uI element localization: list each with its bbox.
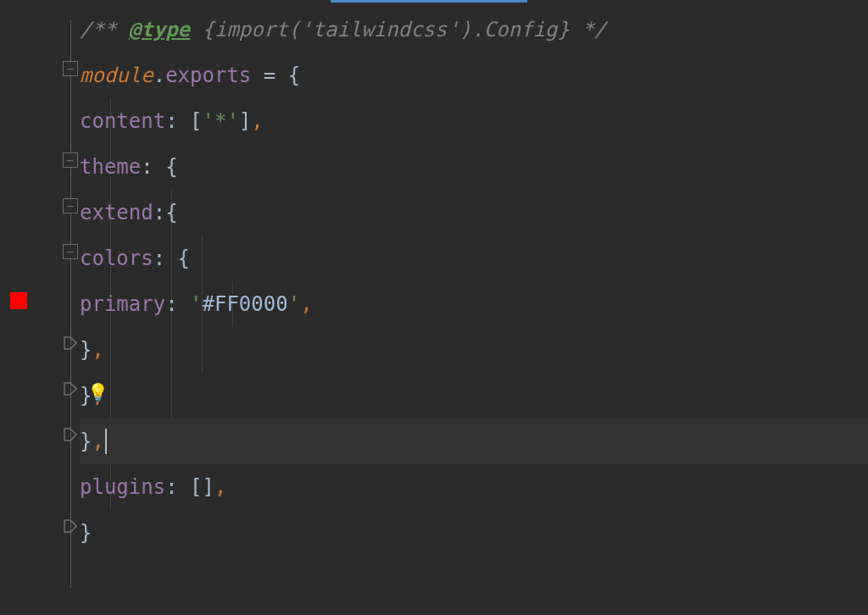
property: primary <box>80 292 165 316</box>
brace: { <box>178 247 190 270</box>
code-line[interactable]: }, <box>80 373 868 418</box>
punct: : <box>141 155 165 179</box>
bracket: [] <box>190 475 214 499</box>
text-cursor <box>105 429 107 454</box>
property: theme <box>80 155 141 179</box>
code-line[interactable]: module.exports = { <box>80 53 868 98</box>
intention-bulb-icon[interactable]: 💡 <box>87 382 108 402</box>
property: plugins <box>80 475 165 499</box>
string: ' <box>288 292 300 316</box>
property: extend <box>80 201 153 224</box>
code-line[interactable]: theme: { <box>80 144 868 190</box>
color-value: #FF0000 <box>203 292 288 316</box>
brace: { <box>288 64 300 87</box>
punct: : <box>165 109 190 133</box>
brace: } <box>80 521 92 545</box>
comment-text: /** <box>80 18 129 42</box>
code-content[interactable]: /** @type {import('tailwindcss').Config}… <box>80 0 868 615</box>
fold-end-icon[interactable] <box>63 381 78 396</box>
punct: : <box>153 247 178 270</box>
fold-toggle-icon[interactable] <box>63 198 78 213</box>
property: exports <box>165 64 251 87</box>
comment-text: {import('tailwindcss').Config} */ <box>190 18 606 42</box>
code-line[interactable]: plugins: [], <box>80 464 868 510</box>
string: * <box>214 109 226 133</box>
property: colors <box>80 247 153 270</box>
punct: , <box>92 338 103 362</box>
doctag: @type <box>129 18 190 42</box>
code-line[interactable]: content: ['*'], <box>80 98 868 144</box>
fold-column <box>61 0 80 615</box>
code-line[interactable]: extend:{ <box>80 190 868 235</box>
code-line[interactable] <box>80 556 868 601</box>
fold-end-icon[interactable] <box>63 518 78 534</box>
fold-end-icon[interactable] <box>63 335 78 351</box>
punct: , <box>251 109 263 133</box>
bracket: [ <box>190 109 202 133</box>
string: ' <box>203 109 214 133</box>
string: ' <box>226 109 238 133</box>
brace: { <box>165 155 177 179</box>
fold-toggle-icon[interactable] <box>63 61 78 76</box>
operator: = <box>251 64 287 87</box>
editor-gutter[interactable] <box>0 0 80 615</box>
fold-end-icon[interactable] <box>63 427 78 442</box>
punct: , <box>300 292 312 316</box>
punct: , <box>214 475 226 499</box>
brace: } <box>80 429 92 453</box>
brace: } <box>80 338 92 362</box>
code-line[interactable]: }, <box>80 327 868 373</box>
fold-toggle-icon[interactable] <box>63 152 78 168</box>
code-line[interactable]: colors: { <box>80 235 868 281</box>
punct: : <box>153 201 165 224</box>
keyword: module <box>80 64 153 87</box>
brace: { <box>165 201 177 224</box>
bracket: ] <box>239 109 251 133</box>
code-line[interactable]: /** @type {import('tailwindcss').Config}… <box>80 7 868 53</box>
code-line[interactable]: primary: '#FF0000', <box>80 281 868 327</box>
property: content <box>80 109 165 133</box>
punct: : <box>165 475 190 499</box>
breakpoint-marker[interactable] <box>10 292 27 309</box>
code-editor[interactable]: 💡 /** @type {import('tailwindcss').Confi… <box>0 0 868 615</box>
punct: : <box>165 292 190 316</box>
punct: . <box>153 64 165 87</box>
string: ' <box>190 292 202 316</box>
fold-toggle-icon[interactable] <box>63 244 78 259</box>
code-line[interactable]: } <box>80 510 868 556</box>
punct: , <box>92 429 103 453</box>
code-line-current[interactable]: }, <box>80 418 868 464</box>
